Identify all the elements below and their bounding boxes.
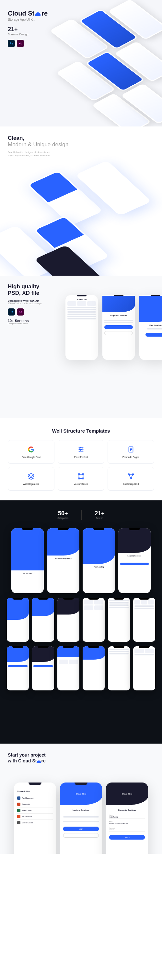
clean-subtitle: Modern & Unique design (8, 142, 68, 148)
stat-screens: 21+ Screen (95, 510, 105, 520)
phone-mockup-login: Login to Continue (102, 295, 135, 360)
svg-point-20 (132, 474, 134, 475)
clean-phone-mockups (0, 149, 162, 276)
cloud-icon (37, 760, 41, 763)
screens-count-label: Screens Design (8, 33, 154, 36)
phone-mockup: Secure Data (11, 528, 44, 593)
clean-modern-section: Clean, Modern & Unique design Beautiful … (0, 126, 162, 276)
svg-point-19 (128, 474, 130, 475)
screens-count: 21+ (8, 26, 154, 33)
phone-mockup-mini (108, 646, 130, 690)
svg-rect-13 (78, 478, 80, 479)
stats-row: 50+ Categories 21+ Screen (0, 510, 162, 520)
google-icon (27, 445, 35, 453)
svg-point-5 (80, 451, 81, 452)
sliders-icon (77, 445, 85, 453)
tool-icons: Ps Xd (8, 40, 154, 47)
feature-well-organized: Well Organized (8, 467, 54, 491)
feature-premade-pages: Premade Pages (108, 440, 154, 464)
brand-name-part1: Cloud St (8, 10, 34, 17)
xd-icon: Xd (17, 40, 24, 47)
photoshop-icon: Ps (8, 309, 15, 315)
well-structure-section: Well Structure Templates Free Google Fon… (0, 418, 162, 500)
svg-marker-10 (28, 474, 34, 476)
start-title: Start your project with Cloud Stre (0, 752, 162, 764)
phone-mockup: Fast Loading (83, 528, 115, 593)
stat-categories: 50+ Categories (57, 510, 68, 520)
dark-stats-section: 50+ Categories 21+ Screen Secure Data Ac… (0, 500, 162, 744)
svg-point-4 (82, 449, 83, 450)
phone-mockup-files: Shared file (65, 295, 98, 360)
features-grid: Free Google Font Pixel Perfect Premade P… (8, 440, 154, 491)
hq-title-2: PSD, XD file (8, 290, 39, 296)
hq-title-1: High quality (8, 283, 39, 290)
phone-mockup: Accessed any Device (47, 528, 79, 593)
hq-phone-mockups: Shared file Login to Continue Fast Loadi… (65, 295, 162, 360)
pages-icon (127, 445, 135, 453)
phone-mockup-mini (133, 598, 155, 642)
feature-vector-based: Vector Based (58, 467, 104, 491)
cloud-icon (35, 12, 40, 16)
brand-name-part2: re (41, 10, 48, 17)
layers-icon (27, 473, 35, 480)
svg-rect-12 (83, 474, 84, 475)
brand-tagline: Storage App UI Kit (8, 18, 154, 21)
phone-mockup-mini (83, 646, 105, 690)
dark-phones-row-1: Secure Data Accessed any Device Fast Loa… (0, 528, 162, 593)
feature-google-font: Free Google Font (8, 440, 54, 464)
feature-pixel-perfect: Pixel Perfect (58, 440, 104, 464)
photoshop-icon: Ps (8, 40, 15, 47)
dark-phones-row-3 (0, 646, 162, 690)
grid-icon (127, 473, 135, 480)
xd-icon: Xd (17, 309, 24, 315)
brand-logo: Cloud St re (8, 10, 154, 17)
clean-title: Clean, (8, 135, 24, 141)
start-project-section: Start your project with Cloud Stre Share… (0, 744, 162, 854)
phone-mockup-mini (32, 598, 54, 642)
phone-signup: Cloud St•re Signup to Continue Name raqi… (106, 783, 148, 854)
hero-section: Cloud St re Storage App UI Kit 21+ Scree… (0, 0, 162, 126)
svg-point-3 (79, 447, 81, 449)
phone-mockup-onboard: Fast Loading (139, 295, 162, 360)
phone-shared-files: Shared files Word Document Powerpoint Sp… (14, 783, 56, 854)
high-quality-section: High quality PSD, XD file Compatible wit… (0, 276, 162, 418)
svg-line-24 (131, 475, 133, 478)
well-title: Well Structure Templates (8, 428, 154, 434)
svg-rect-11 (78, 474, 80, 475)
vector-icon (77, 473, 85, 480)
phone-mockup: Login to Continue (118, 528, 151, 593)
phone-mockup-mini (108, 598, 130, 642)
phone-mockup-mini (57, 598, 79, 642)
phone-mockup-mini (7, 646, 29, 690)
dark-phones-row-2 (0, 598, 162, 642)
stat-divider (81, 510, 82, 520)
phone-mockup-mini (133, 646, 155, 690)
phone-login: Cloud St•re Login to Continue Login (60, 783, 102, 854)
phone-mockup-mini (7, 598, 29, 642)
start-phones: Shared files Word Document Powerpoint Sp… (0, 783, 162, 854)
phone-mockup-mini (57, 646, 79, 690)
phone-mockup-mini (32, 646, 54, 690)
svg-line-23 (129, 475, 131, 478)
phone-mockup-mini (83, 598, 105, 642)
svg-point-21 (130, 478, 132, 479)
feature-bootstrap-grid: Bootstrap Grid (108, 467, 154, 491)
svg-rect-14 (83, 478, 84, 479)
